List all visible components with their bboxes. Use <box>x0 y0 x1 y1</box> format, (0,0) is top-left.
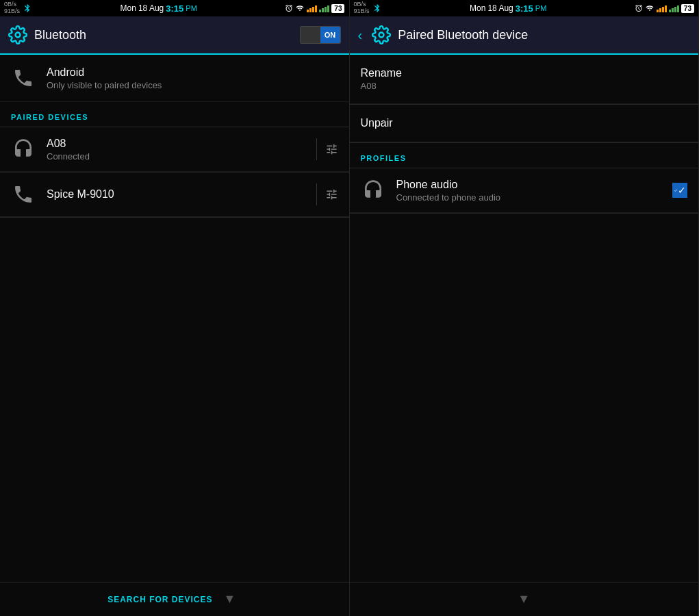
r-date-label: 18 Aug <box>487 3 513 13</box>
r-status-right: 73 <box>635 4 694 13</box>
phone-icon <box>11 66 36 90</box>
unpair-action[interactable]: Unpair <box>350 105 699 142</box>
phone-icon-2 <box>11 182 36 207</box>
left-header: Bluetooth ON <box>0 16 349 55</box>
r-signal-bars-2 <box>669 4 679 12</box>
bluetooth-icon <box>23 3 32 13</box>
rename-sub: A08 <box>361 81 688 91</box>
r-signal-bars <box>657 4 667 12</box>
date-label: 18 Aug <box>138 3 164 13</box>
r-day-label: Mon <box>470 3 485 13</box>
gear-icon <box>8 25 27 44</box>
day-label: Mon <box>120 3 136 13</box>
my-device-desc: Only visible to paired devices <box>47 80 338 90</box>
bluetooth-toggle[interactable]: ON <box>300 26 341 44</box>
rename-label: Rename <box>361 67 688 79</box>
spice-name: Spice M-9010 <box>47 188 305 201</box>
paired-section-label: PAIRED DEVICES <box>11 113 88 121</box>
right-panel: 0B/s91B/s Mon 18 Aug 3:15 PM <box>350 0 700 616</box>
paired-device-title: Paired Bluetooth device <box>398 28 690 42</box>
a08-name: A08 <box>47 138 305 150</box>
r-wifi-icon <box>645 4 654 12</box>
left-panel: 0B/s91B/s Mon 18 Aug 3:15 PM <box>0 0 350 616</box>
r-time-display: 3:15 <box>516 3 533 14</box>
status-right: 73 <box>285 4 344 13</box>
r-data-speed: 0B/s91B/s <box>354 1 370 15</box>
divider-2 <box>0 217 349 218</box>
bluetooth-title: Bluetooth <box>34 28 293 42</box>
r-nav-arrow: ▼ <box>512 589 535 609</box>
phone-audio-info: Phone audio Connected to phone audio <box>396 179 662 203</box>
profiles-section-label: PROFILES <box>361 154 407 162</box>
r-time-suffix: PM <box>535 4 547 12</box>
a08-settings-button[interactable] <box>316 138 338 160</box>
time-display: 3:15 <box>166 3 183 14</box>
search-bottom-bar[interactable]: SEARCH FOR DEVICES ▼ <box>0 582 349 616</box>
unpair-label: Unpair <box>361 117 688 129</box>
phone-audio-status: Connected to phone audio <box>396 192 662 203</box>
nav-arrow-left: ▼ <box>218 589 242 609</box>
battery-level: 73 <box>331 4 344 13</box>
right-bottom-bar: ▼ <box>350 582 699 616</box>
spice-info: Spice M-9010 <box>47 188 305 201</box>
profiles-section-header: PROFILES <box>350 143 699 168</box>
device-spice[interactable]: Spice M-9010 <box>0 172 349 217</box>
my-device-info: Android Only visible to paired devices <box>47 66 338 90</box>
rename-action[interactable]: Rename A08 <box>350 55 699 104</box>
svg-point-0 <box>16 33 21 38</box>
status-left: 0B/s91B/s <box>4 1 32 15</box>
r-gear-icon <box>372 25 391 44</box>
phone-audio-profile[interactable]: Phone audio Connected to phone audio <box>350 168 699 213</box>
spice-settings-button[interactable] <box>316 183 338 205</box>
phone-audio-name: Phone audio <box>396 179 662 191</box>
r-status-center: Mon 18 Aug 3:15 PM <box>470 3 546 14</box>
device-a08[interactable]: A08 Connected <box>0 127 349 172</box>
my-device-name: Android <box>47 66 338 79</box>
r-battery-level: 73 <box>681 4 694 13</box>
paired-section-header: PAIRED DEVICES <box>0 102 349 127</box>
toggle-on-label: ON <box>325 31 336 39</box>
a08-info: A08 Connected <box>47 138 305 162</box>
checkmark-icon <box>674 185 678 196</box>
status-center: Mon 18 Aug 3:15 PM <box>120 3 197 14</box>
profile-headphones-icon <box>361 178 385 203</box>
right-content: Rename A08 Unpair PROFILES Phone audio C… <box>350 55 699 582</box>
search-devices-label: SEARCH FOR DEVICES <box>107 595 212 604</box>
phone-audio-checkbox[interactable] <box>672 183 687 198</box>
svg-point-1 <box>379 33 384 38</box>
a08-status: Connected <box>47 151 305 162</box>
left-content: Android Only visible to paired devices P… <box>0 55 349 582</box>
time-suffix: PM <box>186 4 197 12</box>
r-status-left: 0B/s91B/s <box>354 1 382 15</box>
signal-bars-2 <box>319 4 329 12</box>
r-bluetooth-icon <box>372 3 382 13</box>
right-status-bar: 0B/s91B/s Mon 18 Aug 3:15 PM <box>350 0 699 16</box>
r-divider-3 <box>350 213 699 214</box>
left-status-bar: 0B/s91B/s Mon 18 Aug 3:15 PM <box>0 0 349 16</box>
back-arrow-icon[interactable]: ‹ <box>358 27 363 43</box>
my-device-item: Android Only visible to paired devices <box>0 55 349 102</box>
signal-bars <box>307 4 317 12</box>
r-alarm-icon <box>635 4 643 12</box>
right-header: ‹ Paired Bluetooth device <box>350 16 699 55</box>
data-speed: 0B/s91B/s <box>4 1 20 15</box>
alarm-icon <box>285 4 293 12</box>
wifi-icon <box>295 4 305 12</box>
headphones-icon <box>11 137 36 162</box>
